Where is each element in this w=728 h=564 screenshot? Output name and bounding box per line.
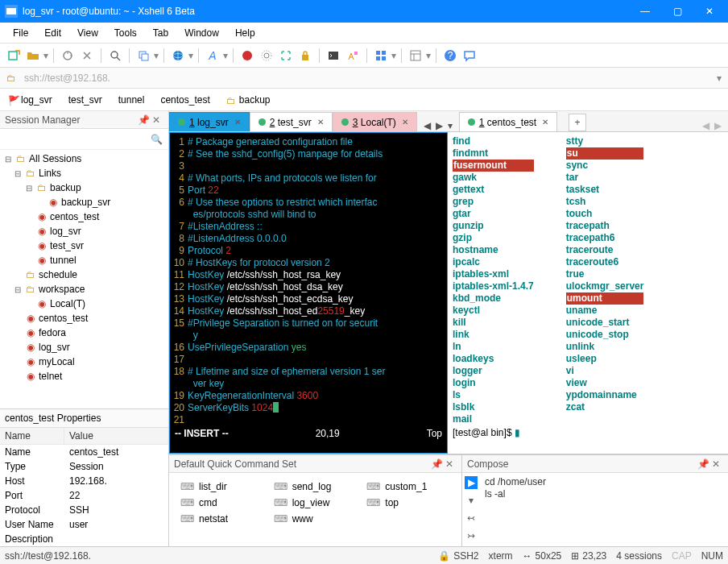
tree-node[interactable]: ⊟🗀All Sessions [0, 151, 168, 166]
command-entry: view [566, 377, 644, 389]
minimize-button[interactable]: — [639, 6, 651, 17]
maximize-button[interactable]: ▢ [672, 6, 683, 17]
terminal-icon[interactable] [325, 47, 342, 64]
tab[interactable]: 3 Local(T)✕ [333, 112, 417, 131]
tree-node[interactable]: ◉centos_test [0, 311, 168, 326]
command-entry: gunzip [453, 220, 534, 232]
menu-file[interactable]: File [5, 24, 36, 42]
tree-node[interactable]: 🗀schedule [0, 267, 168, 282]
reconnect-icon[interactable] [59, 47, 77, 64]
code-line: 4# What ports, IPs and protocols we list… [170, 172, 447, 185]
tree-node[interactable]: ◉log_svr [0, 340, 168, 355]
help-icon[interactable]: ? [441, 47, 459, 64]
new-session-icon[interactable] [5, 47, 23, 64]
tree-node[interactable]: ◉backup_svr [0, 195, 168, 209]
fullscreen-icon[interactable] [277, 47, 295, 64]
red-swirl-icon[interactable] [238, 47, 256, 64]
quick-command-button[interactable]: ⌨log_view [272, 496, 359, 510]
layout-icon[interactable] [407, 47, 424, 64]
compose-left-icon[interactable]: ↢ [465, 512, 478, 525]
tree-node[interactable]: ◉myLocal [0, 355, 168, 369]
flag-icon: 🚩 [8, 95, 18, 105]
lock-icon[interactable] [296, 47, 314, 64]
close-pane-icon[interactable]: ✕ [152, 114, 163, 126]
pin-icon[interactable]: 📌 [431, 458, 442, 470]
pin-icon[interactable]: 📌 [138, 114, 149, 126]
tree-node[interactable]: ◉log_svr [0, 224, 168, 238]
copy-icon[interactable] [134, 47, 152, 64]
code-line: 17 [170, 354, 447, 366]
session-search[interactable]: 🔍 [0, 129, 168, 150]
tab-close-icon[interactable]: ✕ [317, 118, 324, 126]
compose-right-icon[interactable]: ↣ [465, 529, 478, 542]
open-folder-icon[interactable] [24, 47, 42, 64]
disconnect-icon[interactable] [78, 47, 96, 64]
menu-edit[interactable]: Edit [36, 24, 69, 42]
close-button[interactable]: ✕ [704, 6, 715, 17]
font-icon[interactable]: A [204, 47, 221, 64]
compose-text[interactable]: cd /home/user ls -al [480, 473, 728, 546]
session-tree[interactable]: ⊟🗀All Sessions⊟🗀Links⊟🗀backup◉backup_svr… [0, 150, 168, 408]
menu-help[interactable]: Help [227, 24, 263, 42]
bookmark-backup[interactable]: 🗀backup [223, 93, 274, 107]
bookmark-tunnel[interactable]: tunnel [115, 93, 148, 107]
folder-icon: 🗀 [24, 269, 37, 280]
command-entry: tar [566, 172, 644, 184]
session-manager-header: Session Manager 📌 ✕ [0, 111, 168, 129]
quick-command-button[interactable]: ⌨top [365, 496, 452, 510]
address-bar[interactable]: 🗀 ssh://test@192.168. ▾ [0, 68, 728, 89]
chat-icon[interactable] [461, 47, 478, 64]
tab-nav[interactable]: ◀▶▾ [422, 120, 454, 131]
shell-prompt: [test@al bin]$ ▮ [453, 427, 723, 439]
quick-command-button[interactable]: ⌨cmd [179, 496, 266, 510]
expander-icon[interactable]: ⊟ [3, 155, 13, 164]
tab[interactable]: 1 log_svr✕ [169, 112, 250, 131]
quick-command-button[interactable]: ⌨netstat [179, 512, 266, 526]
terminal-right[interactable]: findfindmntfusermountgawkgettextgrepgtar… [448, 132, 728, 454]
close-pane-icon[interactable]: ✕ [445, 458, 457, 470]
terminal-left[interactable]: 1# Package generated configuration file2… [169, 132, 448, 454]
tab-close-icon[interactable]: ✕ [542, 118, 548, 126]
tab[interactable]: 2 test_svr✕ [250, 112, 333, 131]
tree-node[interactable]: ◉telnet [0, 369, 168, 384]
quick-command-button[interactable]: ⌨send_log [272, 479, 359, 494]
address-dropdown-icon[interactable]: ▾ [717, 73, 722, 84]
grid-icon[interactable] [372, 47, 390, 64]
tree-node[interactable]: ◉Local(T) [0, 297, 168, 311]
globe-icon[interactable] [169, 47, 187, 64]
menu-tab[interactable]: Tab [145, 24, 176, 42]
tree-node[interactable]: ◉tunnel [0, 253, 168, 267]
tab[interactable]: 1 centos_test✕ [459, 112, 557, 131]
compose-down-icon[interactable]: ▾ [465, 494, 478, 507]
tree-node[interactable]: ⊟🗀workspace [0, 282, 168, 297]
close-pane-icon[interactable]: ✕ [712, 458, 723, 470]
code-line: 13HostKey /etc/ssh/ssh_host_ecdsa_key [170, 293, 447, 305]
tree-node[interactable]: ⊟🗀backup [0, 180, 168, 195]
bookmark-test-svr[interactable]: test_svr [65, 93, 105, 107]
highlight-icon[interactable] [344, 47, 362, 64]
compose-send-button[interactable]: ▶ [465, 476, 478, 489]
tree-node[interactable]: ◉centos_test [0, 209, 168, 224]
tab-close-icon[interactable]: ✕ [402, 118, 408, 126]
menu-view[interactable]: View [69, 24, 106, 42]
add-tab-button[interactable]: + [569, 114, 586, 131]
tab-close-icon[interactable]: ✕ [234, 118, 241, 126]
expander-icon[interactable]: ⊟ [13, 285, 23, 294]
session-icon: ◉ [24, 356, 37, 367]
tree-node[interactable]: ⊟🗀Links [0, 166, 168, 180]
quick-command-button[interactable]: ⌨list_dir [179, 479, 266, 494]
expander-icon[interactable]: ⊟ [24, 184, 34, 193]
bookmark-centos-test[interactable]: centos_test [157, 93, 213, 107]
search-icon[interactable] [106, 47, 124, 64]
tree-node[interactable]: ◉fedora [0, 326, 168, 340]
menu-tools[interactable]: Tools [106, 24, 145, 42]
bookmark-log-svr[interactable]: 🚩log_svr [5, 93, 56, 107]
tree-node[interactable]: ◉test_svr [0, 238, 168, 253]
menu-window[interactable]: Window [176, 24, 227, 42]
pin-icon[interactable]: 📌 [697, 458, 709, 470]
quick-command-button[interactable]: ⌨custom_1 [365, 479, 452, 494]
tab-nav-right[interactable]: ◀▶ [701, 120, 723, 131]
expander-icon[interactable]: ⊟ [13, 169, 23, 178]
settings-icon[interactable] [258, 47, 275, 64]
quick-command-button[interactable]: ⌨www [272, 512, 359, 526]
